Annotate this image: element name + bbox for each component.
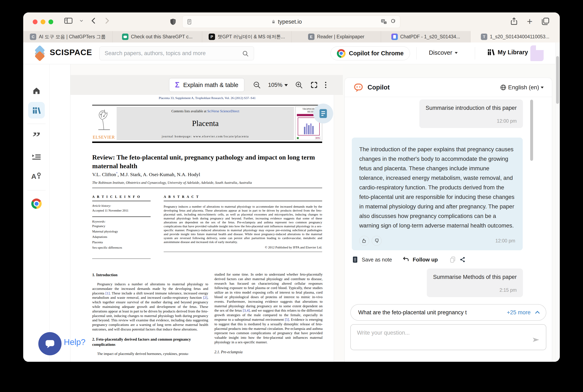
citation-link[interactable]: [2]	[203, 296, 207, 300]
zoom-out-icon[interactable]	[253, 81, 261, 89]
suggested-question-pill[interactable]: What are the feto-placental unit pregnan…	[350, 304, 546, 321]
scispace-logo-icon[interactable]	[33, 46, 47, 61]
send-button[interactable]	[532, 336, 540, 344]
note-icon	[319, 109, 327, 118]
citations-icon[interactable]: ”	[23, 132, 50, 142]
back-button[interactable]	[90, 16, 97, 25]
svg-text:x: x	[385, 22, 386, 24]
journal-masthead: ELSEVIER Contents lists available at Sci…	[92, 105, 322, 143]
page-scrollbar[interactable]	[556, 56, 559, 104]
more-suggestions-count[interactable]: +25 more	[507, 309, 530, 316]
citation-link[interactable]: [3,4]	[243, 308, 250, 312]
elsevier-tree-icon	[95, 107, 113, 132]
privacy-shield-icon[interactable]	[169, 18, 177, 26]
forward-button[interactable]	[103, 16, 111, 25]
notes-list-icon[interactable]	[23, 153, 50, 161]
chat-scrollbar[interactable]	[530, 100, 533, 161]
search-icon[interactable]	[242, 50, 249, 57]
journal-name: Placenta	[117, 119, 294, 128]
message-timestamp: 2:15 pm	[433, 287, 517, 293]
chevron-down-icon[interactable]	[79, 18, 84, 24]
subsection-heading: 2.1. Pre-eclampsia	[214, 350, 322, 354]
home-icon[interactable]	[23, 86, 50, 95]
translate-icon[interactable]: Ax	[380, 19, 387, 25]
copilot-header: Copilot English (en)	[345, 78, 552, 97]
tab-overview-icon[interactable]	[541, 17, 550, 26]
ai-detector-icon[interactable]: A	[23, 172, 50, 180]
help-chat-button[interactable]	[38, 332, 62, 355]
copilot-panel: Copilot English (en) Summarise introduct…	[344, 78, 552, 362]
user-message: Summarise introduction of this paper 12:…	[419, 100, 523, 128]
traffic-lights	[33, 20, 53, 24]
discover-menu[interactable]: Discover	[429, 49, 458, 56]
help-label[interactable]: Help?	[64, 338, 86, 347]
article-info-column: A R T I C L E I N F O Article history: A…	[92, 195, 150, 259]
question-input-box[interactable]	[350, 324, 546, 350]
citation-link[interactable]: [1]	[106, 291, 110, 295]
message-timestamp: 12:00 pm	[426, 118, 517, 124]
left-rail: ” A	[23, 64, 50, 362]
search-input[interactable]	[105, 50, 242, 56]
tab-poe[interactable]: P 챗GPT 러닝데이 & MS 애저톤...	[202, 31, 292, 42]
sciverse-link[interactable]: SciVerse ScienceDirect	[207, 109, 239, 113]
tab-bar: C AI 도구 모음 | ChatGPTers 그룹 Check out thi…	[23, 31, 560, 42]
brand-wordmark[interactable]: SCISPACE	[50, 48, 92, 57]
sidebar-toggle-icon[interactable]	[64, 17, 73, 24]
copy-button[interactable]	[449, 256, 456, 263]
thumbs-up-button[interactable]	[359, 236, 369, 246]
zoom-window-button[interactable]	[48, 20, 53, 24]
ai-message: The introduction of the paper explains t…	[352, 138, 523, 250]
share-icon[interactable]	[510, 16, 518, 26]
search-box[interactable]	[100, 46, 254, 60]
sigma-icon: Σ	[175, 80, 180, 89]
copilot-footer: What are the feto-placental unit pregnan…	[345, 304, 552, 362]
zoom-in-icon[interactable]	[295, 81, 303, 89]
follow-up-button[interactable]: Follow up	[413, 256, 438, 263]
reader-view-icon[interactable]	[186, 18, 192, 25]
tab-chatgpters[interactable]: C AI 도구 모음 | ChatGPTers 그룹	[23, 31, 113, 42]
more-options-icon[interactable]	[325, 82, 326, 88]
new-tab-button[interactable]: +	[527, 16, 532, 26]
chat-history[interactable]: Summarise introduction of this paper 12:…	[345, 97, 552, 304]
tab-favicon: P	[209, 34, 215, 40]
chevron-up-icon[interactable]	[534, 309, 540, 316]
citation-link[interactable]: [5]	[285, 318, 289, 322]
pdf-page: Placenta 33, Supplement A, Trophoblast R…	[70, 95, 334, 362]
tab-favicon-chat-icon	[122, 34, 128, 40]
copilot-note-floating-button[interactable]	[313, 104, 333, 124]
save-as-note-button[interactable]: Save as note	[362, 257, 392, 263]
message-actions: Save as note Follow up	[352, 256, 523, 263]
tab-chatpdf[interactable]: ChatPDF - 1_s20_S01434...	[381, 31, 470, 42]
tab-explainpaper[interactable]: E Reader | Explainpaper	[292, 31, 381, 42]
avatar[interactable]	[530, 45, 544, 61]
language-selector[interactable]: English (en)	[500, 84, 544, 91]
copilot-for-chrome-button[interactable]: Copilot for Chrome	[330, 46, 410, 60]
tab-sharegpt[interactable]: Check out this ShareGPT c...	[113, 31, 202, 42]
share-message-button[interactable]	[459, 256, 466, 263]
zoom-level-dropdown[interactable]: 105%	[268, 82, 288, 88]
fullscreen-icon[interactable]	[310, 81, 318, 89]
my-library-link[interactable]: My Library	[487, 48, 528, 56]
explain-math-table-button[interactable]: Σ Explain math & table	[169, 78, 244, 92]
close-window-button[interactable]	[33, 20, 38, 24]
keyword: Adaptations	[92, 234, 150, 240]
pdf-viewer: Σ Explain math & table 105%	[70, 64, 343, 362]
chrome-extension-icon[interactable]	[23, 198, 50, 209]
window-actions: +	[510, 16, 550, 26]
caret-down-icon	[455, 52, 458, 55]
browser-window: typeset.io Ax +	[23, 12, 560, 362]
user-message: Summarise Methods of this paper 2:15 pm	[427, 268, 523, 297]
browser-nav-group	[64, 16, 111, 25]
address-bar[interactable]: typeset.io Ax	[182, 16, 400, 28]
question-input[interactable]	[351, 325, 546, 350]
header-divider	[475, 47, 475, 60]
minimize-window-button[interactable]	[40, 20, 45, 24]
scispace-header: SCISPACE Copilot for Chrome Discover	[23, 42, 560, 64]
rail-divider	[27, 190, 46, 190]
desktop-background: typeset.io Ax +	[0, 0, 583, 392]
tab-typeset-active[interactable]: T 1_s20_S01434004110053...	[470, 31, 560, 42]
thumbs-down-button[interactable]	[372, 236, 382, 246]
follow-up-icon	[402, 256, 410, 263]
reload-icon[interactable]	[390, 19, 396, 25]
library-icon[interactable]	[23, 106, 50, 115]
